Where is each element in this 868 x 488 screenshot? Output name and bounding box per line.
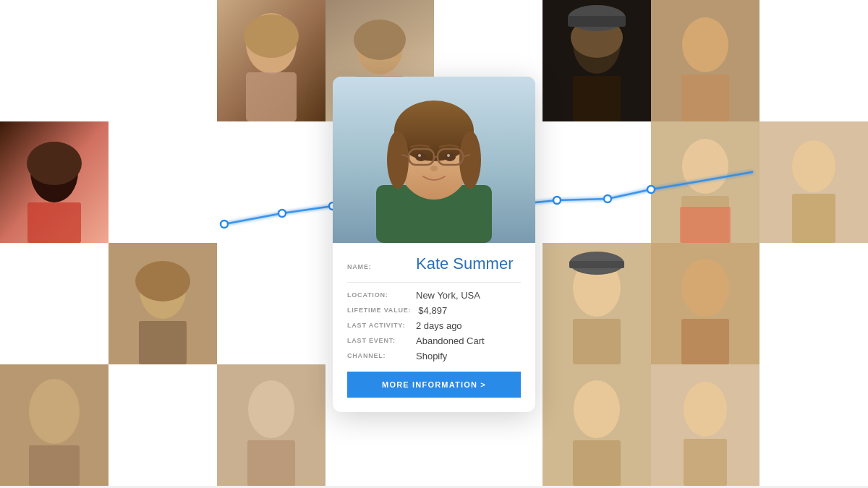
face-cell-5 xyxy=(0,121,109,243)
svg-rect-48 xyxy=(573,440,621,486)
svg-rect-13 xyxy=(568,16,626,27)
svg-point-68 xyxy=(387,131,409,189)
face-cell-6 xyxy=(651,121,760,243)
svg-point-77 xyxy=(418,154,421,157)
face-cell-7 xyxy=(760,121,868,243)
channel-value: Shopify xyxy=(416,351,447,361)
svg-point-26 xyxy=(792,140,835,192)
face-cell-3 xyxy=(542,0,651,121)
profile-info: NAME: Kate Summer LOCATION: New York, US… xyxy=(333,243,535,412)
face-cell-13 xyxy=(542,364,651,486)
face-svg-13 xyxy=(542,364,651,486)
face-svg-12 xyxy=(217,364,326,486)
profile-photo xyxy=(333,77,535,243)
svg-point-2 xyxy=(244,14,299,58)
svg-point-50 xyxy=(684,382,727,437)
svg-rect-11 xyxy=(573,76,621,121)
face-svg-5 xyxy=(0,121,109,243)
lifetime-row: LIFETIME VALUE: $4,897 xyxy=(347,305,521,316)
svg-point-78 xyxy=(447,154,450,157)
grid-cell-empty xyxy=(109,364,217,486)
svg-point-19 xyxy=(27,142,82,185)
more-info-button[interactable]: MORE INFORMATION > xyxy=(347,372,521,398)
grid-cell-empty xyxy=(760,0,868,121)
grid-cell-empty xyxy=(217,121,326,243)
location-label: LOCATION: xyxy=(347,291,409,299)
face-svg-3 xyxy=(542,0,651,121)
grid-cell-empty xyxy=(760,243,868,364)
svg-point-44 xyxy=(248,380,294,438)
svg-rect-45 xyxy=(247,440,295,486)
profile-card: NAME: Kate Summer LOCATION: New York, US… xyxy=(333,77,535,412)
event-row: LAST EVENT: Abandoned Cart xyxy=(347,335,521,346)
svg-rect-20 xyxy=(27,202,81,243)
face-cell-14 xyxy=(651,364,760,486)
activity-row: LAST ACTIVITY: 2 days ago xyxy=(347,320,521,331)
svg-rect-31 xyxy=(139,321,187,364)
svg-point-6 xyxy=(354,20,406,60)
activity-label: LAST ACTIVITY: xyxy=(347,322,409,329)
grid-cell-empty xyxy=(109,121,217,243)
face-svg-11 xyxy=(0,364,109,486)
location-value: New York, USA xyxy=(416,290,480,301)
svg-rect-42 xyxy=(29,445,80,486)
face-cell-11 xyxy=(0,364,109,486)
channel-label: CHANNEL: xyxy=(347,352,409,359)
event-label: LAST EVENT: xyxy=(347,337,409,344)
svg-rect-24 xyxy=(680,207,731,243)
location-row: LOCATION: New York, USA xyxy=(347,290,521,301)
svg-rect-51 xyxy=(684,439,727,486)
grid-cell-empty xyxy=(0,0,109,121)
face-cell-9 xyxy=(542,243,651,364)
face-svg-10 xyxy=(651,243,760,364)
grid-cell-empty xyxy=(0,243,109,364)
face-cell-1 xyxy=(217,0,326,121)
grid-cell-empty xyxy=(109,0,217,121)
face-cell-4 xyxy=(651,0,760,121)
svg-rect-3 xyxy=(246,72,297,121)
channel-row: CHANNEL: Shopify xyxy=(347,351,521,361)
name-row: NAME: Kate Summer xyxy=(347,254,521,283)
face-svg-9 xyxy=(542,243,651,364)
activity-value: 2 days ago xyxy=(416,320,462,331)
lifetime-label: LIFETIME VALUE: xyxy=(347,307,411,314)
svg-rect-36 xyxy=(569,261,624,268)
face-svg-7 xyxy=(760,121,868,243)
svg-point-38 xyxy=(681,259,729,317)
profile-photo-svg xyxy=(333,77,535,243)
event-value: Abandoned Cart xyxy=(416,335,485,346)
grid-cell-empty xyxy=(760,364,868,486)
svg-point-79 xyxy=(430,166,438,171)
svg-point-30 xyxy=(135,261,190,301)
face-svg-1 xyxy=(217,0,326,121)
face-cell-10 xyxy=(651,243,760,364)
svg-point-41 xyxy=(29,379,80,444)
name-label: NAME: xyxy=(347,263,409,270)
face-svg-14 xyxy=(651,364,760,486)
face-cell-8 xyxy=(109,243,217,364)
face-svg-4 xyxy=(651,0,760,121)
face-cell-12 xyxy=(217,364,326,486)
name-value: Kate Summer xyxy=(416,254,514,273)
grid-cell-empty xyxy=(217,243,326,364)
lifetime-value: $4,897 xyxy=(418,305,447,316)
svg-point-15 xyxy=(682,17,728,72)
svg-point-22 xyxy=(682,139,728,194)
svg-point-76 xyxy=(444,153,456,161)
svg-point-75 xyxy=(415,153,427,161)
svg-point-47 xyxy=(574,380,620,438)
svg-rect-39 xyxy=(681,319,729,364)
face-svg-6 xyxy=(651,121,760,243)
svg-rect-27 xyxy=(792,194,835,243)
svg-rect-16 xyxy=(681,74,729,121)
svg-rect-34 xyxy=(573,319,621,364)
face-svg-8 xyxy=(109,243,217,364)
grid-cell-empty xyxy=(542,121,651,243)
